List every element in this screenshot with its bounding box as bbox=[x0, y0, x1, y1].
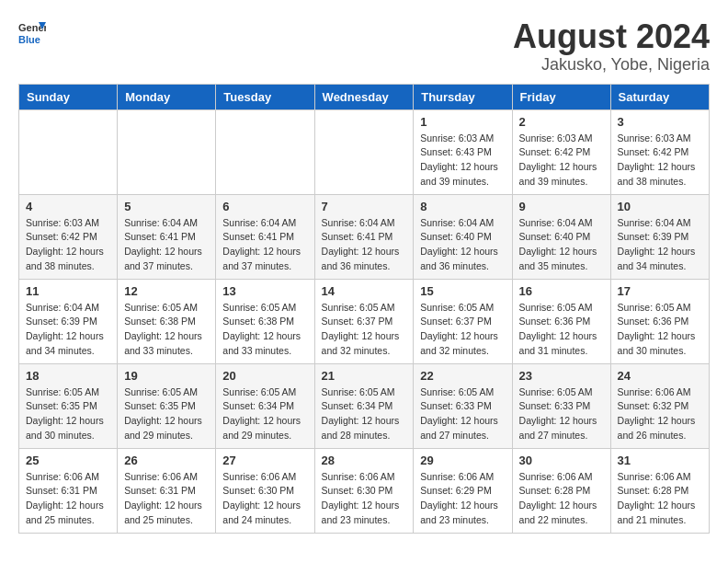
day-info: Sunrise: 6:05 AM Sunset: 6:35 PM Dayligh… bbox=[26, 385, 110, 443]
day-number: 31 bbox=[618, 454, 702, 467]
calendar-week-row: 4Sunrise: 6:03 AM Sunset: 6:42 PM Daylig… bbox=[19, 194, 710, 279]
location-subtitle: Jakusko, Yobe, Nigeria bbox=[513, 55, 710, 75]
day-number: 16 bbox=[519, 284, 604, 298]
day-number: 28 bbox=[322, 454, 407, 467]
day-info: Sunrise: 6:06 AM Sunset: 6:30 PM Dayligh… bbox=[222, 470, 307, 528]
calendar-week-row: 1Sunrise: 6:03 AM Sunset: 6:43 PM Daylig… bbox=[19, 109, 710, 194]
calendar-day-7: 7Sunrise: 6:04 AM Sunset: 6:41 PM Daylig… bbox=[314, 194, 414, 279]
calendar-day-8: 8Sunrise: 6:04 AM Sunset: 6:40 PM Daylig… bbox=[414, 194, 512, 279]
day-number: 24 bbox=[618, 369, 702, 383]
day-info: Sunrise: 6:06 AM Sunset: 6:31 PM Dayligh… bbox=[124, 470, 209, 528]
calendar-day-24: 24Sunrise: 6:06 AM Sunset: 6:32 PM Dayli… bbox=[610, 363, 709, 448]
calendar-table: SundayMondayTuesdayWednesdayThursdayFrid… bbox=[18, 84, 710, 534]
calendar-day-31: 31Sunrise: 6:06 AM Sunset: 6:28 PM Dayli… bbox=[610, 448, 709, 533]
day-info: Sunrise: 6:05 AM Sunset: 6:37 PM Dayligh… bbox=[322, 301, 407, 359]
calendar-empty-cell bbox=[118, 109, 216, 194]
day-info: Sunrise: 6:05 AM Sunset: 6:33 PM Dayligh… bbox=[420, 385, 505, 443]
calendar-day-4: 4Sunrise: 6:03 AM Sunset: 6:42 PM Daylig… bbox=[19, 194, 118, 279]
day-number: 19 bbox=[124, 369, 209, 383]
calendar-day-26: 26Sunrise: 6:06 AM Sunset: 6:31 PM Dayli… bbox=[118, 448, 216, 533]
page-header: General Blue August 2024 Jakusko, Yobe, … bbox=[18, 18, 710, 75]
day-number: 30 bbox=[519, 454, 604, 467]
calendar-day-5: 5Sunrise: 6:04 AM Sunset: 6:41 PM Daylig… bbox=[118, 194, 216, 279]
day-info: Sunrise: 6:04 AM Sunset: 6:40 PM Dayligh… bbox=[420, 216, 505, 274]
day-number: 4 bbox=[26, 200, 110, 213]
calendar-day-14: 14Sunrise: 6:05 AM Sunset: 6:37 PM Dayli… bbox=[314, 279, 414, 363]
calendar-week-row: 11Sunrise: 6:04 AM Sunset: 6:39 PM Dayli… bbox=[19, 279, 710, 363]
day-info: Sunrise: 6:03 AM Sunset: 6:42 PM Dayligh… bbox=[26, 216, 110, 274]
day-number: 21 bbox=[322, 369, 407, 383]
day-number: 8 bbox=[420, 200, 505, 213]
calendar-day-1: 1Sunrise: 6:03 AM Sunset: 6:43 PM Daylig… bbox=[414, 109, 512, 194]
day-info: Sunrise: 6:05 AM Sunset: 6:36 PM Dayligh… bbox=[618, 301, 702, 359]
calendar-day-29: 29Sunrise: 6:06 AM Sunset: 6:29 PM Dayli… bbox=[414, 448, 512, 533]
day-info: Sunrise: 6:05 AM Sunset: 6:38 PM Dayligh… bbox=[222, 301, 307, 359]
calendar-empty-cell bbox=[314, 109, 414, 194]
calendar-day-3: 3Sunrise: 6:03 AM Sunset: 6:42 PM Daylig… bbox=[610, 109, 709, 194]
weekday-header-row: SundayMondayTuesdayWednesdayThursdayFrid… bbox=[19, 84, 710, 109]
day-number: 18 bbox=[26, 369, 110, 383]
svg-text:Blue: Blue bbox=[18, 34, 40, 45]
day-number: 25 bbox=[26, 454, 110, 467]
day-number: 15 bbox=[420, 284, 505, 298]
day-info: Sunrise: 6:06 AM Sunset: 6:28 PM Dayligh… bbox=[618, 470, 702, 528]
day-info: Sunrise: 6:06 AM Sunset: 6:30 PM Dayligh… bbox=[322, 470, 407, 528]
calendar-day-20: 20Sunrise: 6:05 AM Sunset: 6:34 PM Dayli… bbox=[216, 363, 314, 448]
calendar-week-row: 18Sunrise: 6:05 AM Sunset: 6:35 PM Dayli… bbox=[19, 363, 710, 448]
calendar-day-25: 25Sunrise: 6:06 AM Sunset: 6:31 PM Dayli… bbox=[19, 448, 118, 533]
day-info: Sunrise: 6:03 AM Sunset: 6:42 PM Dayligh… bbox=[519, 132, 604, 190]
logo-icon: General Blue bbox=[18, 18, 46, 46]
weekday-header-tuesday: Tuesday bbox=[216, 84, 314, 109]
calendar-day-10: 10Sunrise: 6:04 AM Sunset: 6:39 PM Dayli… bbox=[610, 194, 709, 279]
calendar-empty-cell bbox=[19, 109, 118, 194]
day-info: Sunrise: 6:04 AM Sunset: 6:41 PM Dayligh… bbox=[322, 216, 407, 274]
day-info: Sunrise: 6:06 AM Sunset: 6:32 PM Dayligh… bbox=[618, 385, 702, 443]
calendar-day-19: 19Sunrise: 6:05 AM Sunset: 6:35 PM Dayli… bbox=[118, 363, 216, 448]
day-number: 7 bbox=[322, 200, 407, 213]
day-info: Sunrise: 6:04 AM Sunset: 6:41 PM Dayligh… bbox=[222, 216, 307, 274]
day-number: 2 bbox=[519, 115, 604, 129]
day-number: 26 bbox=[124, 454, 209, 467]
calendar-day-13: 13Sunrise: 6:05 AM Sunset: 6:38 PM Dayli… bbox=[216, 279, 314, 363]
day-number: 10 bbox=[618, 200, 702, 213]
title-block: August 2024 Jakusko, Yobe, Nigeria bbox=[513, 18, 710, 75]
day-number: 12 bbox=[124, 284, 209, 298]
calendar-day-16: 16Sunrise: 6:05 AM Sunset: 6:36 PM Dayli… bbox=[512, 279, 610, 363]
day-number: 22 bbox=[420, 369, 505, 383]
calendar-day-28: 28Sunrise: 6:06 AM Sunset: 6:30 PM Dayli… bbox=[314, 448, 414, 533]
day-number: 3 bbox=[618, 115, 702, 129]
day-number: 20 bbox=[222, 369, 307, 383]
calendar-day-21: 21Sunrise: 6:05 AM Sunset: 6:34 PM Dayli… bbox=[314, 363, 414, 448]
day-info: Sunrise: 6:05 AM Sunset: 6:34 PM Dayligh… bbox=[222, 385, 307, 443]
weekday-header-friday: Friday bbox=[512, 84, 610, 109]
calendar-day-2: 2Sunrise: 6:03 AM Sunset: 6:42 PM Daylig… bbox=[512, 109, 610, 194]
weekday-header-sunday: Sunday bbox=[19, 84, 118, 109]
calendar-day-27: 27Sunrise: 6:06 AM Sunset: 6:30 PM Dayli… bbox=[216, 448, 314, 533]
day-number: 1 bbox=[420, 115, 505, 129]
calendar-day-30: 30Sunrise: 6:06 AM Sunset: 6:28 PM Dayli… bbox=[512, 448, 610, 533]
day-number: 6 bbox=[222, 200, 307, 213]
day-number: 13 bbox=[222, 284, 307, 298]
day-info: Sunrise: 6:04 AM Sunset: 6:39 PM Dayligh… bbox=[618, 216, 702, 274]
day-info: Sunrise: 6:06 AM Sunset: 6:31 PM Dayligh… bbox=[26, 470, 110, 528]
day-info: Sunrise: 6:05 AM Sunset: 6:38 PM Dayligh… bbox=[124, 301, 209, 359]
day-info: Sunrise: 6:04 AM Sunset: 6:41 PM Dayligh… bbox=[124, 216, 209, 274]
day-info: Sunrise: 6:05 AM Sunset: 6:36 PM Dayligh… bbox=[519, 301, 604, 359]
day-number: 17 bbox=[618, 284, 702, 298]
calendar-day-18: 18Sunrise: 6:05 AM Sunset: 6:35 PM Dayli… bbox=[19, 363, 118, 448]
day-info: Sunrise: 6:06 AM Sunset: 6:28 PM Dayligh… bbox=[519, 470, 604, 528]
day-number: 29 bbox=[420, 454, 505, 467]
weekday-header-thursday: Thursday bbox=[414, 84, 512, 109]
calendar-day-23: 23Sunrise: 6:05 AM Sunset: 6:33 PM Dayli… bbox=[512, 363, 610, 448]
day-number: 11 bbox=[26, 284, 110, 298]
calendar-day-11: 11Sunrise: 6:04 AM Sunset: 6:39 PM Dayli… bbox=[19, 279, 118, 363]
calendar-empty-cell bbox=[216, 109, 314, 194]
day-info: Sunrise: 6:05 AM Sunset: 6:34 PM Dayligh… bbox=[322, 385, 407, 443]
logo: General Blue bbox=[18, 18, 46, 46]
calendar-day-15: 15Sunrise: 6:05 AM Sunset: 6:37 PM Dayli… bbox=[414, 279, 512, 363]
weekday-header-monday: Monday bbox=[118, 84, 216, 109]
day-number: 14 bbox=[322, 284, 407, 298]
calendar-day-9: 9Sunrise: 6:04 AM Sunset: 6:40 PM Daylig… bbox=[512, 194, 610, 279]
month-title: August 2024 bbox=[513, 18, 710, 55]
day-number: 23 bbox=[519, 369, 604, 383]
